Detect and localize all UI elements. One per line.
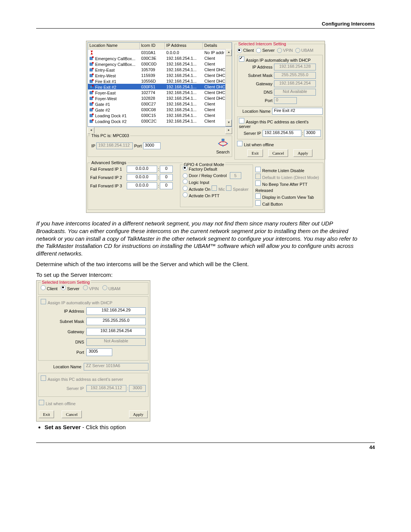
gpio-door-val: 5 bbox=[230, 172, 241, 179]
para-determine: Determine which of the two intercoms wil… bbox=[36, 260, 360, 268]
sis2-cancel-button[interactable]: Cancel bbox=[62, 411, 82, 418]
sis-legend: Selected Intercom Setting bbox=[237, 42, 287, 46]
list-offline-check[interactable] bbox=[237, 141, 242, 146]
svg-point-23 bbox=[92, 119, 94, 120]
ff3-ip[interactable]: 0.0.0.0 bbox=[127, 182, 157, 189]
table-row[interactable]: Foyer-West102828192.168.254.1...Client D… bbox=[88, 95, 232, 101]
rld-check[interactable] bbox=[255, 167, 261, 172]
adv-legend: Advanced Settings bbox=[90, 160, 127, 165]
gpio-ptt-radio[interactable] bbox=[183, 192, 188, 197]
sis2-ip-field[interactable]: 192.168.254.29 bbox=[86, 307, 146, 315]
svg-point-9 bbox=[92, 79, 94, 80]
table-row[interactable]: Entry-West115939192.168.254.1...Client D… bbox=[88, 72, 232, 78]
intercom-icon bbox=[89, 119, 94, 123]
search-icon[interactable] bbox=[217, 137, 229, 149]
table-row[interactable]: Loading Dock #1030C15192.168.254.1...Cli… bbox=[88, 112, 232, 118]
selected-intercom-dialog-2: Selected Intercom Setting Client Server … bbox=[36, 280, 150, 422]
ff1-port[interactable]: 0 bbox=[160, 166, 173, 173]
assign-srv-check[interactable] bbox=[239, 118, 244, 123]
svg-rect-22 bbox=[90, 120, 92, 123]
mask-field: 255.255.255.0 bbox=[274, 72, 316, 79]
table-row[interactable]: 0310A10.0.0.0No IP addr bbox=[88, 50, 232, 55]
assign-srv-lbl: Assign this PC address as client's serve… bbox=[239, 120, 309, 129]
svg-rect-12 bbox=[90, 91, 92, 94]
horizontal-scrollbar[interactable]: ◂ ▸ bbox=[88, 127, 232, 133]
table-row[interactable]: Loading Dock #2030C2C192.168.254.1...Cli… bbox=[88, 118, 232, 124]
table-row[interactable]: Fire Exit #110556D192.168.254.1...Client… bbox=[88, 78, 232, 84]
col-details[interactable]: Details bbox=[203, 43, 232, 50]
sis2-exit-button[interactable]: Exit bbox=[39, 411, 54, 418]
loc-field[interactable]: Fire Exit #2 bbox=[272, 108, 323, 115]
scroll-right-icon[interactable]: ▸ bbox=[225, 127, 232, 134]
apply-button[interactable]: Apply bbox=[293, 149, 312, 157]
svg-point-5 bbox=[92, 67, 94, 69]
instruction-item: Set as Server - Click this option bbox=[45, 424, 375, 430]
type-vpin-radio bbox=[277, 48, 282, 53]
nobeep-check[interactable] bbox=[255, 181, 261, 186]
table-row[interactable]: Entry-East105709192.168.254.1...Client D… bbox=[88, 67, 232, 72]
type-client-radio[interactable] bbox=[237, 48, 242, 53]
intercom-icon bbox=[89, 90, 94, 95]
srv-ip-field[interactable]: 192.168.254.55 bbox=[263, 130, 301, 137]
srv-ip-lbl: Server IP bbox=[239, 131, 261, 136]
gpio-door-radio[interactable] bbox=[183, 173, 188, 178]
sis2-loc-lbl: Location Name bbox=[38, 364, 81, 369]
ff2-ip[interactable]: 0.0.0.0 bbox=[127, 174, 157, 181]
col-icomid[interactable]: Icom ID bbox=[140, 43, 165, 50]
gpio-fd-radio[interactable] bbox=[183, 166, 188, 171]
svg-point-28 bbox=[226, 143, 228, 144]
table-row[interactable]: Emergency CallBox...030C3E192.168.254.1.… bbox=[88, 55, 232, 61]
table-row[interactable]: Fire Exit #2030F51192.168.254.1...Client… bbox=[88, 84, 232, 89]
table-row[interactable]: Emergency CallBox...030C0D192.168.254.1.… bbox=[88, 61, 232, 67]
callbtn-check[interactable] bbox=[255, 200, 261, 206]
svg-point-29 bbox=[222, 145, 224, 147]
table-row[interactable]: Gate #2030C08192.168.254.1...Client bbox=[88, 107, 232, 112]
intercom-listview[interactable]: Location Name Icom ID IP Address Details… bbox=[88, 42, 232, 127]
gpio-act-lbl: Activate On bbox=[189, 187, 210, 192]
gpio-mic-check bbox=[212, 185, 217, 191]
ff3-port[interactable]: 0 bbox=[160, 182, 173, 189]
gpio-spk-check bbox=[226, 185, 231, 191]
this-pc-port[interactable]: 3000 bbox=[143, 142, 161, 149]
scroll-up-icon[interactable]: ▴ bbox=[226, 49, 232, 56]
table-row[interactable]: Gate #1030C27192.168.254.1...Client bbox=[88, 101, 232, 107]
bullet-text: - Click this option bbox=[81, 424, 126, 430]
sis2-port-field[interactable]: 3005 bbox=[86, 348, 112, 356]
loc-lbl: Location Name bbox=[237, 109, 271, 113]
intercom-icon bbox=[89, 79, 94, 83]
scroll-down-icon[interactable]: ▾ bbox=[226, 120, 232, 126]
sis2-server-radio[interactable] bbox=[61, 285, 66, 290]
gpio-door-lbl: Door / Relay Control bbox=[189, 173, 227, 179]
sis2-apply-button[interactable]: Apply bbox=[129, 411, 148, 418]
ip-field: 192.168.254.128 bbox=[274, 64, 316, 70]
type-server-radio[interactable] bbox=[256, 48, 261, 53]
col-ip[interactable]: IP Address bbox=[165, 43, 203, 50]
ff1-ip[interactable]: 0.0.0.0 bbox=[127, 166, 157, 173]
cancel-button[interactable]: Cancel bbox=[268, 149, 288, 157]
exit-button[interactable]: Exit bbox=[247, 149, 263, 157]
table-row[interactable]: Foyer-East102774192.168.254.1...Client D… bbox=[88, 89, 232, 95]
svg-point-15 bbox=[92, 96, 94, 97]
selected-intercom-group: Selected Intercom Setting Client Server … bbox=[234, 44, 325, 160]
sis2-mask-field[interactable]: 255.255.255.0 bbox=[86, 318, 146, 325]
sis2-vpin-lbl: VPIN bbox=[89, 286, 99, 291]
sis2-client-radio[interactable] bbox=[41, 285, 46, 290]
vertical-scrollbar[interactable]: ▴ ▾ bbox=[225, 49, 232, 126]
this-pc-legend: This PC is: MPC003 bbox=[90, 133, 130, 138]
dhcp-check[interactable] bbox=[239, 56, 244, 62]
sis2-dns-lbl: DNS bbox=[41, 340, 84, 344]
intercom-icon bbox=[89, 56, 94, 61]
dns-lbl: DNS bbox=[239, 90, 272, 94]
sis2-gw-field[interactable]: 192.168.254.254 bbox=[86, 328, 146, 335]
custview-check[interactable] bbox=[255, 193, 261, 199]
col-location[interactable]: Location Name bbox=[88, 43, 140, 50]
callbtn-lbl: Call Button bbox=[262, 202, 283, 206]
srv-port-field[interactable]: 3000 bbox=[304, 130, 321, 137]
ff2-lbl: Fail Forward IP 2 bbox=[90, 175, 125, 180]
intercom-icon bbox=[89, 107, 94, 112]
ff2-port[interactable]: 0 bbox=[160, 174, 173, 181]
gpio-logic-radio[interactable] bbox=[183, 179, 188, 184]
port-label: Port bbox=[134, 144, 142, 148]
gpio-act-radio[interactable] bbox=[183, 186, 188, 191]
sis2-offline-check bbox=[39, 400, 44, 405]
